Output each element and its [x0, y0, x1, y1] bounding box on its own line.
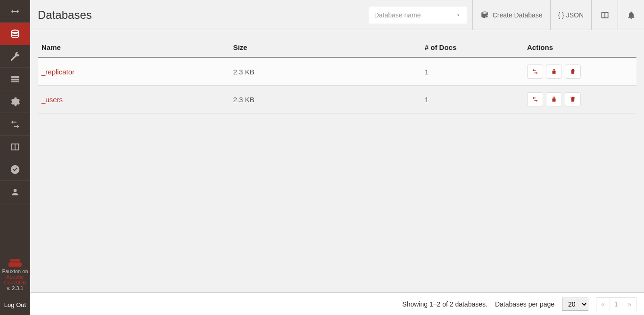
col-actions: Actions	[523, 38, 636, 57]
replicate-icon	[10, 119, 20, 129]
per-page-label: Databases per page	[495, 300, 554, 308]
brand-product: Apache CouchDB	[2, 274, 28, 285]
arrows-h-icon	[10, 6, 20, 16]
nav-documentation[interactable]	[0, 136, 30, 158]
databases-table: Name Size # of Docs Actions _replicator2…	[38, 38, 636, 113]
db-size: 2.3 KB	[229, 57, 421, 86]
logout-link[interactable]: Log Out	[0, 296, 30, 315]
db-docs: 1	[421, 86, 523, 113]
book-icon	[10, 142, 20, 152]
replicate-button[interactable]	[527, 65, 543, 79]
create-database-button[interactable]: Create Database	[472, 0, 550, 30]
notifications-button[interactable]	[618, 0, 644, 30]
replicate-button[interactable]	[527, 92, 543, 106]
db-link[interactable]: _replicator	[41, 68, 74, 76]
page-footer: Showing 1–2 of 2 databases. Databases pe…	[30, 292, 644, 315]
database-selector-placeholder: Database name	[374, 11, 421, 19]
docs-link-button[interactable]	[591, 0, 618, 30]
db-docs: 1	[421, 57, 523, 86]
nav-verify[interactable]	[0, 158, 30, 181]
tasks-icon	[10, 74, 20, 84]
status-text: Showing 1–2 of 2 databases.	[402, 300, 487, 308]
database-add-icon	[480, 11, 489, 19]
nav-toggle[interactable]	[0, 0, 30, 23]
chevron-down-icon	[455, 12, 461, 18]
table-row: _replicator2.3 KB1	[38, 57, 636, 86]
nav-active-tasks[interactable]	[0, 68, 30, 90]
page-title: Databases	[38, 8, 92, 22]
col-docs: # of Docs	[421, 38, 523, 57]
db-link[interactable]: _users	[41, 96, 63, 104]
nav-replication[interactable]	[0, 113, 30, 136]
col-name: Name	[38, 38, 229, 57]
table-row: _users2.3 KB1	[38, 86, 636, 113]
json-button[interactable]: { } JSON	[550, 0, 591, 30]
pager-current: 1	[610, 298, 623, 311]
check-circle-icon	[10, 164, 20, 175]
sidebar: Fauxton on Apache CouchDB v. 2.3.1 Log O…	[0, 0, 30, 315]
create-database-label: Create Database	[493, 11, 543, 19]
delete-button[interactable]	[565, 92, 581, 106]
pager-prev[interactable]: «	[596, 298, 610, 311]
database-selector[interactable]: Database name	[369, 7, 467, 24]
per-page-select[interactable]: 20	[562, 298, 588, 311]
gear-icon	[10, 97, 20, 107]
col-size: Size	[229, 38, 421, 57]
permissions-button[interactable]	[546, 65, 562, 79]
brand-line1: Fauxton on	[2, 268, 28, 274]
couchdb-logo-icon	[2, 258, 28, 268]
user-icon	[10, 187, 20, 197]
pager-next[interactable]: »	[623, 298, 636, 311]
brand-block: Fauxton on Apache CouchDB v. 2.3.1	[0, 255, 30, 296]
pager: « 1 »	[596, 297, 636, 311]
nav-config[interactable]	[0, 90, 30, 113]
json-label: { } JSON	[558, 11, 584, 19]
content-area: Name Size # of Docs Actions _replicator2…	[30, 30, 644, 292]
page-header: Databases Database name Create Database …	[30, 0, 644, 30]
nav-user[interactable]	[0, 181, 30, 203]
delete-button[interactable]	[565, 65, 581, 79]
database-icon	[10, 29, 20, 39]
bell-icon	[627, 10, 636, 20]
brand-version: v. 2.3.1	[2, 285, 28, 291]
permissions-button[interactable]	[546, 92, 562, 106]
db-size: 2.3 KB	[229, 86, 421, 113]
nav-databases[interactable]	[0, 23, 30, 45]
wrench-icon	[10, 51, 20, 62]
book-icon	[600, 10, 610, 20]
nav-setup[interactable]	[0, 45, 30, 68]
